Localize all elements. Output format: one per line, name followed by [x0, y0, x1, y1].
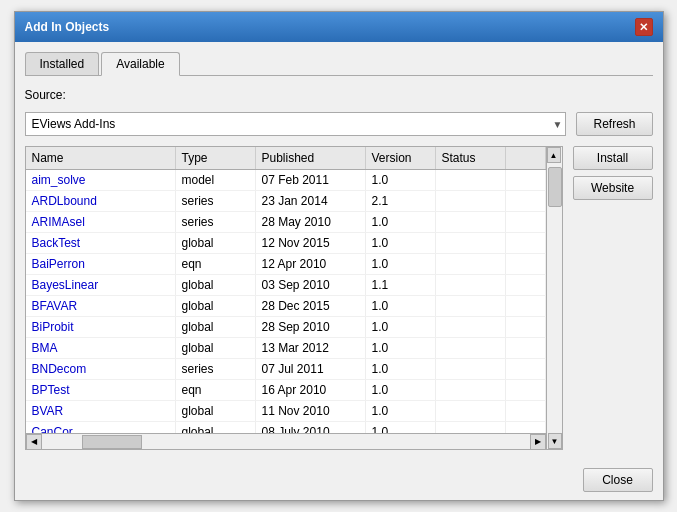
- table-cell-3: 1.0: [366, 170, 436, 190]
- table-cell-4: [436, 212, 506, 232]
- table-cell-4: [436, 422, 506, 433]
- table-cell-5: [506, 338, 546, 358]
- table-cell-1: global: [176, 401, 256, 421]
- source-select-wrapper: EViews Add-Ins ▼: [25, 112, 567, 136]
- table-cell-3: 1.0: [366, 380, 436, 400]
- table-cell-5: [506, 212, 546, 232]
- table-cell-1: global: [176, 422, 256, 433]
- table-cell-2: 07 Jul 2011: [256, 359, 366, 379]
- dialog-title: Add In Objects: [25, 20, 110, 34]
- col-header-version: Version: [366, 147, 436, 169]
- table-row[interactable]: BackTestglobal12 Nov 20151.0: [26, 233, 546, 254]
- table-cell-2: 28 Dec 2015: [256, 296, 366, 316]
- table-cell-0: BPTest: [26, 380, 176, 400]
- tab-installed[interactable]: Installed: [25, 52, 100, 75]
- table-cell-5: [506, 296, 546, 316]
- source-select[interactable]: EViews Add-Ins: [25, 112, 567, 136]
- side-buttons: Install Website: [573, 146, 653, 450]
- col-header-type: Type: [176, 147, 256, 169]
- table-cell-5: [506, 422, 546, 433]
- scroll-down-icon[interactable]: ▼: [548, 433, 562, 449]
- table-row[interactable]: aim_solvemodel07 Feb 20111.0: [26, 170, 546, 191]
- table-cell-1: global: [176, 317, 256, 337]
- table-row[interactable]: BMAglobal13 Mar 20121.0: [26, 338, 546, 359]
- table-cell-4: [436, 254, 506, 274]
- vertical-scrollbar[interactable]: ▲ ▼: [546, 147, 562, 449]
- table-cell-0: CanCor: [26, 422, 176, 433]
- table-cell-0: BiProbit: [26, 317, 176, 337]
- scroll-track[interactable]: [42, 434, 530, 449]
- dialog-body: Installed Available Source: EViews Add-I…: [15, 42, 663, 460]
- table-cell-2: 12 Apr 2010: [256, 254, 366, 274]
- website-button[interactable]: Website: [573, 176, 653, 200]
- tab-bar: Installed Available: [25, 52, 653, 76]
- table-cell-1: series: [176, 212, 256, 232]
- table-row[interactable]: BFAVARglobal28 Dec 20151.0: [26, 296, 546, 317]
- table-row[interactable]: BPTesteqn16 Apr 20101.0: [26, 380, 546, 401]
- table-cell-4: [436, 401, 506, 421]
- table-cell-5: [506, 401, 546, 421]
- table-row[interactable]: BayesLinearglobal03 Sep 20101.1: [26, 275, 546, 296]
- install-button[interactable]: Install: [573, 146, 653, 170]
- content-area: Source: EViews Add-Ins ▼ Refresh: [25, 88, 653, 450]
- table-row[interactable]: ARIMAselseries28 May 20101.0: [26, 212, 546, 233]
- table-cell-3: 1.0: [366, 296, 436, 316]
- table-cell-1: eqn: [176, 380, 256, 400]
- table-cell-1: series: [176, 359, 256, 379]
- main-content: Name Type Published Version Status aim_s…: [25, 146, 653, 450]
- table-cell-2: 28 May 2010: [256, 212, 366, 232]
- table-cell-2: 28 Sep 2010: [256, 317, 366, 337]
- table-cell-1: model: [176, 170, 256, 190]
- table-row[interactable]: ARDLboundseries23 Jan 20142.1: [26, 191, 546, 212]
- table-cell-3: 1.1: [366, 275, 436, 295]
- table-cell-3: 1.0: [366, 359, 436, 379]
- dialog-footer: Close: [15, 460, 663, 500]
- scroll-left-icon[interactable]: ◀: [26, 434, 42, 450]
- table-row[interactable]: CanCorglobal08 July 20101.0: [26, 422, 546, 433]
- dialog-window: Add In Objects ✕ Installed Available Sou…: [14, 11, 664, 501]
- table-cell-0: aim_solve: [26, 170, 176, 190]
- horizontal-scrollbar[interactable]: ◀ ▶: [26, 433, 546, 449]
- table-area: Name Type Published Version Status aim_s…: [25, 146, 563, 450]
- table-row[interactable]: BaiPerroneqn12 Apr 20101.0: [26, 254, 546, 275]
- scroll-up-icon[interactable]: ▲: [547, 147, 561, 163]
- source-row: Source:: [25, 88, 653, 102]
- col-header-published: Published: [256, 147, 366, 169]
- table-cell-3: 1.0: [366, 401, 436, 421]
- table-cell-2: 08 July 2010: [256, 422, 366, 433]
- table-cell-2: 23 Jan 2014: [256, 191, 366, 211]
- table-row[interactable]: BNDecomseries07 Jul 20111.0: [26, 359, 546, 380]
- table-cell-5: [506, 317, 546, 337]
- table-cell-3: 1.0: [366, 317, 436, 337]
- table-cell-4: [436, 296, 506, 316]
- scroll-right-icon[interactable]: ▶: [530, 434, 546, 450]
- table-body: aim_solvemodel07 Feb 20111.0ARDLboundser…: [26, 170, 546, 433]
- table-cell-0: BackTest: [26, 233, 176, 253]
- close-dialog-button[interactable]: Close: [583, 468, 653, 492]
- table-header: Name Type Published Version Status: [26, 147, 546, 170]
- col-header-extra: [506, 147, 546, 169]
- scroll-thumb[interactable]: [82, 435, 142, 449]
- table-cell-2: 12 Nov 2015: [256, 233, 366, 253]
- table-cell-0: ARDLbound: [26, 191, 176, 211]
- table-cell-2: 16 Apr 2010: [256, 380, 366, 400]
- table-cell-0: BFAVAR: [26, 296, 176, 316]
- table-row[interactable]: BiProbitglobal28 Sep 20101.0: [26, 317, 546, 338]
- table-cell-2: 03 Sep 2010: [256, 275, 366, 295]
- scroll-thumb-v[interactable]: [548, 167, 562, 207]
- tab-available[interactable]: Available: [101, 52, 179, 76]
- title-bar: Add In Objects ✕: [15, 12, 663, 42]
- table-cell-0: BayesLinear: [26, 275, 176, 295]
- table-cell-0: BaiPerron: [26, 254, 176, 274]
- table-cell-1: global: [176, 296, 256, 316]
- table-cell-4: [436, 359, 506, 379]
- table-cell-2: 11 Nov 2010: [256, 401, 366, 421]
- col-header-status: Status: [436, 147, 506, 169]
- table-cell-4: [436, 380, 506, 400]
- table-cell-5: [506, 275, 546, 295]
- refresh-button[interactable]: Refresh: [576, 112, 652, 136]
- close-button[interactable]: ✕: [635, 18, 653, 36]
- table-row[interactable]: BVARglobal11 Nov 20101.0: [26, 401, 546, 422]
- col-header-name: Name: [26, 147, 176, 169]
- table-cell-3: 2.1: [366, 191, 436, 211]
